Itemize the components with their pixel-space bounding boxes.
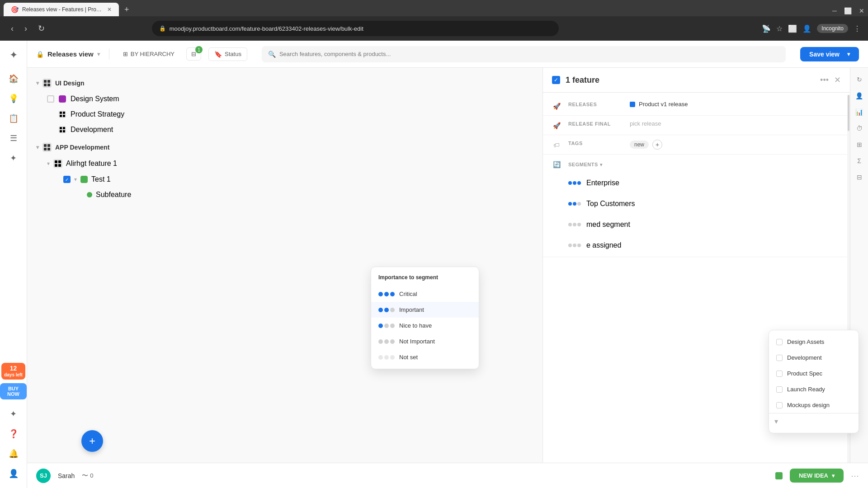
group-collapse-app-dev-icon[interactable]: ▾ xyxy=(36,144,39,150)
menu-icon[interactable]: ⋮ xyxy=(854,24,861,33)
url-bar[interactable]: 🔒 moodjoy.productboard.com/feature-board… xyxy=(152,21,559,36)
importance-option-not-important[interactable]: Not Important xyxy=(371,333,479,349)
right-icon-activity[interactable]: ⊟ xyxy=(853,171,866,183)
app-logo[interactable]: ✦ xyxy=(5,46,23,64)
hierarchy-btn-icon: ⊞ xyxy=(123,51,128,57)
feature-name-development: Development xyxy=(71,126,113,134)
right-icon-chart[interactable]: 📊 xyxy=(853,106,866,118)
value-checkbox-product-spec xyxy=(776,371,783,377)
importance-critical-label: Critical xyxy=(399,291,417,297)
segment-med-name: med segment xyxy=(586,221,630,229)
sidebar-item-features[interactable]: 📋 xyxy=(5,109,23,127)
importance-critical-dots xyxy=(378,292,395,296)
lightbulb-icon: 💡 xyxy=(9,94,19,103)
right-icon-refresh[interactable]: ↻ xyxy=(853,73,866,86)
minimize-icon[interactable]: ─ xyxy=(832,7,837,14)
importance-nice-label: Nice to have xyxy=(399,322,432,329)
feature-name-design-system: Design System xyxy=(71,95,119,103)
back-button[interactable]: ‹ xyxy=(7,22,17,35)
group-header-ui-design: ▾ UI Design xyxy=(27,75,542,91)
sidebar-item-profile[interactable]: 👤 xyxy=(5,465,23,483)
sidebar-item-analytics[interactable]: ✦ xyxy=(5,149,23,167)
new-idea-label: NEW IDEA xyxy=(799,472,828,479)
right-icon-table[interactable]: ⊞ xyxy=(853,138,866,151)
importance-option-critical[interactable]: Critical xyxy=(371,286,479,302)
panel-close-button[interactable]: ✕ xyxy=(834,75,841,85)
buy-now-button[interactable]: BUY NOW xyxy=(0,383,27,399)
new-tab-button[interactable]: + xyxy=(119,3,135,16)
sidebar-item-sparkle[interactable]: ✦ xyxy=(5,405,23,423)
feature-dot-test1 xyxy=(80,176,88,183)
feature-checkbox-test1[interactable]: ✓ xyxy=(63,176,71,183)
value-option-design-assets[interactable]: Design Assets xyxy=(769,334,859,350)
forward-button[interactable]: › xyxy=(21,22,31,35)
tags-label: TAGS xyxy=(568,140,623,146)
right-icon-clock[interactable]: ⏱ xyxy=(853,122,866,135)
search-input[interactable] xyxy=(279,51,779,57)
filter-button[interactable]: ⊟ 1 xyxy=(186,47,201,61)
close-window-icon[interactable]: ✕ xyxy=(859,7,864,14)
value-option-development[interactable]: Development xyxy=(769,350,859,366)
group-header-app-dev: ▾ APP Development xyxy=(27,139,542,155)
tags-add-button[interactable]: + xyxy=(652,140,662,150)
importance-option-not-set[interactable]: Not set xyxy=(371,349,479,365)
extensions-icon[interactable]: ⬜ xyxy=(788,24,797,33)
feature-name-product-strategy: Product Strategy xyxy=(71,110,124,118)
panel-more-button[interactable]: ••• xyxy=(820,75,829,85)
release-final-text[interactable]: pick release xyxy=(630,120,661,127)
tab-title: Releases view - Features | Produ... xyxy=(22,6,104,13)
save-view-button[interactable]: Save view ▾ xyxy=(800,47,859,61)
group-collapse-icon[interactable]: ▾ xyxy=(36,80,39,86)
divider-1 xyxy=(109,49,109,60)
right-icon-user[interactable]: 👤 xyxy=(853,89,866,102)
panel-scroll-thumb xyxy=(848,95,849,131)
releases-field-label: RELEASES xyxy=(568,101,623,107)
new-idea-button[interactable]: NEW IDEA ▾ xyxy=(790,469,844,483)
feature-dot-design-system xyxy=(59,95,66,103)
hierarchy-button[interactable]: ⊞ BY HIERARCHY xyxy=(118,48,179,60)
panel-select-all-checkbox[interactable]: ✓ xyxy=(552,76,560,84)
importance-option-nice[interactable]: Nice to have xyxy=(371,318,479,333)
sparkle-icon: ✦ xyxy=(10,409,17,419)
value-checkbox-design-assets xyxy=(776,339,783,345)
importance-nice-dots xyxy=(378,324,395,328)
fab-add-button[interactable]: + xyxy=(81,430,103,452)
maximize-icon[interactable]: ⬜ xyxy=(844,7,852,14)
segments-chevron-icon[interactable]: ▾ xyxy=(600,162,603,167)
subgroup-chevron-icon[interactable]: ▾ xyxy=(47,160,50,167)
tab-close-icon[interactable]: ✕ xyxy=(107,6,112,13)
value-option-product-spec[interactable]: Product Spec xyxy=(769,366,859,381)
panel-field-release-final: 🚀 RELEASE FINAL pick release xyxy=(543,116,850,135)
view-title-chevron-icon[interactable]: ▾ xyxy=(97,51,100,57)
bottom-more-button[interactable]: ⋯ xyxy=(851,471,859,481)
sidebar-item-home[interactable]: 🏠 xyxy=(5,70,23,88)
sidebar-item-bell[interactable]: 🔔 xyxy=(5,445,23,463)
view-title-group: 🔒 Releases view ▾ xyxy=(36,50,100,58)
panel-field-segments: 🔄 SEGMENTS ▾ xyxy=(543,155,850,257)
segment-assigned-dots xyxy=(568,244,581,247)
tag-new-badge[interactable]: new xyxy=(630,141,649,149)
cast-icon[interactable]: 📡 xyxy=(762,24,771,33)
notification-area[interactable]: 〜 0 xyxy=(82,472,93,480)
hierarchy-icon: ☰ xyxy=(10,133,17,143)
refresh-button[interactable]: ↻ xyxy=(34,22,48,35)
value-label-mockups: Mockups design xyxy=(787,402,830,408)
star-icon[interactable]: ☆ xyxy=(776,24,783,33)
user-avatar-icon: 👤 xyxy=(9,469,19,479)
sidebar-item-help[interactable]: ❓ xyxy=(5,425,23,443)
sidebar-item-lightbulb[interactable]: 💡 xyxy=(5,89,23,108)
value-option-launch-ready[interactable]: Launch Ready xyxy=(769,381,859,397)
new-idea-color-dot xyxy=(775,472,783,479)
analytics-icon: ✦ xyxy=(10,153,17,163)
feature-checkbox-design-system[interactable] xyxy=(47,95,54,103)
right-icon-sigma[interactable]: Σ xyxy=(853,155,866,167)
profile-icon[interactable]: 👤 xyxy=(802,24,811,33)
status-filter-button[interactable]: 🔖 Status xyxy=(208,47,247,61)
value-option-mockups[interactable]: Mockups design xyxy=(769,397,859,413)
active-tab[interactable]: 🎯 Releases view - Features | Produ... ✕ xyxy=(4,3,119,16)
bell-icon: 🔔 xyxy=(9,449,19,459)
importance-option-important[interactable]: Important xyxy=(371,302,479,318)
test1-expand-icon[interactable]: ▾ xyxy=(74,176,77,183)
sidebar-item-hierarchy[interactable]: ☰ xyxy=(5,129,23,147)
hierarchy-btn-label: BY HIERARCHY xyxy=(131,51,175,57)
